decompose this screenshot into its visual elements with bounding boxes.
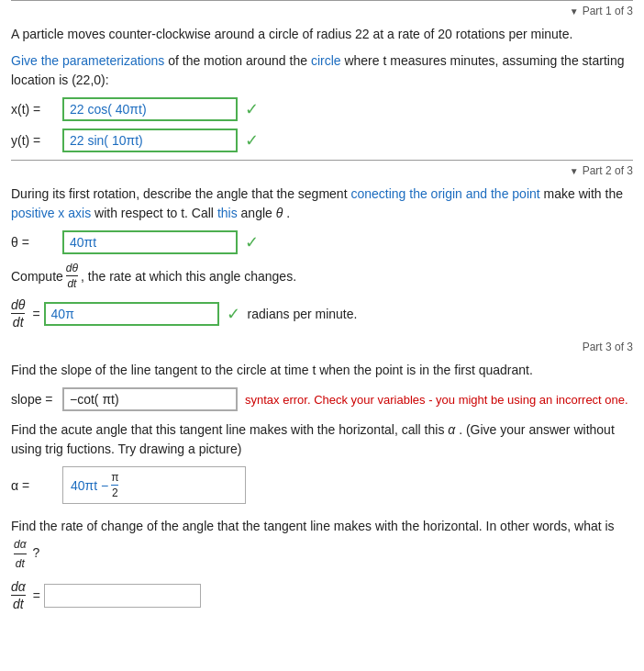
dtheta-label-top: dθ [11, 297, 25, 312]
part1-section: A particle moves counter-clockwise aroun… [11, 25, 633, 152]
xt-checkmark: ✓ [245, 99, 259, 119]
part3-text3a: Find the rate of change of the angle tha… [11, 519, 615, 533]
alpha-value-text: 40πt − [71, 478, 108, 493]
part2-text2: make with the [544, 186, 623, 201]
part2-problem-text: During its first rotation, describe the … [11, 185, 633, 223]
dtheta-input[interactable] [44, 302, 219, 326]
theta-label: θ = [11, 235, 57, 250]
alpha-row: α = 40πt − π 2 [11, 466, 633, 504]
slope-input[interactable] [62, 387, 238, 411]
da-dt-inline-top: dα [14, 536, 27, 553]
slope-row: slope = syntax error. Check your variabl… [11, 387, 633, 411]
da-dt-label-bot: dt [13, 597, 24, 611]
xt-label: x(t) = [11, 102, 57, 117]
part1-triangle-icon: ▼ [570, 6, 579, 17]
part3-problem-text1: Find the slope of the line tangent to th… [11, 361, 633, 380]
part2-highlight3: this [217, 206, 238, 220]
da-dt-label-bar [11, 595, 26, 596]
part3-text2a: Find the acute angle that this tangent l… [11, 422, 448, 437]
alpha-pi-bot: 2 [112, 486, 118, 499]
part1-problem-text1: A particle moves counter-clockwise aroun… [11, 25, 633, 44]
part3-label: Part 3 of 3 [583, 341, 633, 353]
compute-frac-bot: dt [67, 277, 76, 290]
da-dt-equals: = [33, 588, 40, 603]
da-dt-inline-bar [14, 554, 27, 554]
slope-error-text: syntax error. Check your variables - you… [245, 393, 633, 407]
compute-line: Compute dθ dt , the rate at which this a… [11, 262, 633, 290]
part2-triangle-icon: ▼ [570, 166, 579, 176]
alpha-label: α = [11, 478, 57, 493]
part2-text3: with respect to t. Call [94, 206, 217, 220]
dtheta-label-bar [11, 313, 25, 314]
part2-highlight1: conecting the origin and the point [350, 186, 539, 201]
dtheta-result-row: dθ dt = ✓ radians per minute. [11, 297, 633, 330]
part2-label: Part 2 of 3 [583, 164, 633, 177]
part3-text3b: ? [32, 545, 39, 560]
alpha-pi-frac: π 2 [111, 471, 118, 499]
part1-problem-text2: Give the parameterizations of the motion… [11, 51, 633, 90]
radians-label: radians per minute. [248, 307, 358, 321]
xt-input[interactable] [62, 97, 238, 121]
part2-text5: . [286, 206, 290, 220]
compute-frac-bar [66, 275, 78, 276]
yt-label: y(t) = [11, 133, 57, 148]
part2-text4: angle [241, 206, 276, 220]
yt-checkmark: ✓ [245, 130, 259, 151]
dtheta-label-frac: dθ dt [11, 297, 25, 330]
slope-label: slope = [11, 392, 57, 407]
part2-theta-symbol: θ [276, 206, 283, 220]
dtheta-checkmark: ✓ [227, 304, 240, 324]
part1-header: ▼ Part 1 of 3 [11, 0, 633, 19]
da-dt-inline-bot: dt [16, 555, 25, 572]
da-dt-label-top: dα [11, 579, 26, 594]
compute-text-after: , the rate at which this angle changes. [81, 269, 296, 284]
compute-text-label: Compute [11, 269, 63, 284]
part3-header: Part 3 of 3 [11, 337, 633, 355]
theta-row: θ = ✓ [11, 230, 633, 254]
xt-row: x(t) = ✓ [11, 97, 633, 121]
alpha-input-container[interactable]: 40πt − π 2 [62, 466, 246, 504]
alpha-symbol: α [448, 422, 455, 437]
da-dt-row: dα dt = [11, 579, 633, 611]
part2-header: ▼ Part 2 of 3 [11, 160, 633, 179]
part2-section: During its first rotation, describe the … [11, 185, 633, 330]
yt-input[interactable] [62, 129, 238, 152]
part3-section: Find the slope of the line tangent to th… [11, 361, 633, 611]
part2-text1: During its first rotation, describe the … [11, 186, 350, 201]
dtheta-equals: = [32, 307, 39, 321]
theta-checkmark: ✓ [245, 232, 259, 252]
part2-highlight2: positive x axis [11, 206, 91, 220]
part1-highlight1: Give the parameterizations [11, 53, 164, 68]
part1-highlight2: circle [311, 53, 341, 68]
part3-problem-text3: Find the rate of change of the angle tha… [11, 517, 633, 572]
part3-problem-text2: Find the acute angle that this tangent l… [11, 420, 633, 459]
da-dt-label-frac: dα dt [11, 579, 26, 611]
part1-text-segment1: of the motion around the [168, 53, 311, 68]
compute-fraction: dθ dt [66, 262, 78, 290]
compute-frac-top: dθ [66, 262, 78, 274]
page-container: ▼ Part 1 of 3 A particle moves counter-c… [0, 0, 644, 637]
alpha-pi-bar [111, 485, 118, 486]
dtheta-label-bot: dt [13, 315, 24, 330]
yt-row: y(t) = ✓ [11, 129, 633, 152]
part1-label: Part 1 of 3 [583, 5, 633, 17]
da-dt-input[interactable] [44, 584, 201, 608]
da-dt-inline-frac: dα dt [14, 536, 27, 572]
theta-input[interactable] [62, 230, 238, 254]
alpha-pi-top: π [111, 471, 118, 484]
